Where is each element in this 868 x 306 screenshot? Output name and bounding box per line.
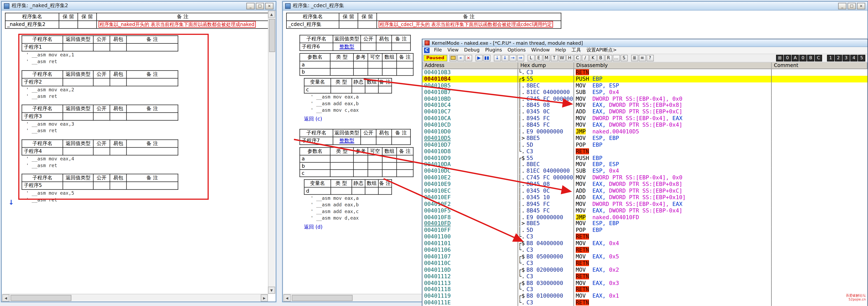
disasm-row-0040110D[interactable]: 0040110D┌$B8 02000000MOV EAX, 0x2 xyxy=(423,267,868,273)
address-cell[interactable]: 00401118 xyxy=(423,286,518,293)
address-cell[interactable]: 004010B3 xyxy=(423,69,518,76)
toolbar-button-step-into[interactable]: ↓ xyxy=(494,55,501,62)
cell[interactable] xyxy=(376,43,392,50)
hexdump-cell[interactable]: │>8BE5 xyxy=(518,135,574,142)
cell[interactable]: 子程序2 xyxy=(22,78,63,86)
toolbar-button-references-window[interactable]: R xyxy=(605,55,612,62)
disassembly-cell[interactable]: ADD EAX, DWORD PTR SS:[EBP+0xC] xyxy=(574,188,772,194)
address-cell[interactable]: 004010EF xyxy=(423,194,518,201)
asm-code-line[interactable]: ' __asm ret xyxy=(26,128,188,134)
cell[interactable] xyxy=(378,86,392,93)
cell[interactable] xyxy=(353,162,368,170)
colheader-comment[interactable]: Comment xyxy=(772,63,868,69)
close-button[interactable]: × xyxy=(857,2,865,9)
address-cell[interactable]: 004010BD xyxy=(423,95,518,102)
disassembly-cell[interactable]: PUSH EBP xyxy=(574,155,772,161)
address-cell[interactable]: 004010C7 xyxy=(423,109,518,115)
hexdump-cell[interactable]: │.E9 00000000 xyxy=(518,214,574,220)
hexdump-cell[interactable]: │.8B45 08 xyxy=(518,102,574,109)
disassembly-cell[interactable]: RETN xyxy=(574,286,772,293)
hexdump-cell[interactable]: │.8945 FC xyxy=(518,115,574,122)
hexdump-cell[interactable]: └.C3 xyxy=(518,148,574,155)
cell[interactable] xyxy=(368,162,382,170)
comment-cell[interactable] xyxy=(772,148,868,155)
cell[interactable] xyxy=(392,137,410,145)
return-type[interactable]: 整数型 xyxy=(339,138,354,143)
hexdump-cell[interactable]: │.8945 FC xyxy=(518,201,574,207)
hexdump-cell[interactable]: │.E9 00000000 xyxy=(518,128,574,135)
comment-cell[interactable] xyxy=(772,267,868,273)
address-cell[interactable]: 004010B5 xyxy=(423,82,518,89)
toolbar-button-patches-window[interactable]: / xyxy=(582,55,589,62)
cell[interactable] xyxy=(353,170,368,177)
disassembly-cell[interactable]: RETN xyxy=(574,148,772,155)
hexdump-cell[interactable]: │.8B45 FC xyxy=(518,207,574,214)
menu-Help[interactable]: Help xyxy=(552,47,569,54)
cell[interactable] xyxy=(397,155,413,162)
asm-code-line[interactable]: ' __asm ret xyxy=(26,197,188,203)
toolbar-button-appearance[interactable]: ≡ xyxy=(639,55,646,62)
address-cell[interactable]: 004010D5 xyxy=(423,135,518,142)
asm-code-line[interactable]: ' __asm ret xyxy=(26,59,188,65)
comment-cell[interactable] xyxy=(772,194,868,201)
cell[interactable] xyxy=(63,43,93,51)
comment-cell[interactable] xyxy=(772,240,868,247)
toolbar-button-execute-till-return[interactable]: ⇒ xyxy=(517,55,524,62)
disasm-row-0040111E[interactable]: 0040111E└.C3RETN xyxy=(423,300,868,306)
disasm-row-004010D8[interactable]: 004010D8└.C3RETN xyxy=(423,148,868,155)
minimize-button[interactable]: _ xyxy=(838,2,846,9)
asm-code-line[interactable]: ' __asm add eax,b xyxy=(310,202,432,208)
cell[interactable] xyxy=(93,112,110,120)
cell[interactable] xyxy=(376,137,392,145)
asm-code-line[interactable]: ' __asm mov eax,2 xyxy=(26,87,188,93)
hexdump-cell[interactable]: │.C745 FC 00000000 xyxy=(518,174,574,181)
comment-cell[interactable] xyxy=(772,155,868,161)
asm-code-line[interactable]: ' __asm ret xyxy=(26,162,188,169)
cell[interactable] xyxy=(126,182,178,190)
cell[interactable] xyxy=(382,68,397,76)
comment-cell[interactable] xyxy=(772,220,868,227)
comment-cell[interactable] xyxy=(772,89,868,95)
maximize-button[interactable]: □ xyxy=(847,2,856,9)
cell[interactable] xyxy=(358,21,377,29)
cell[interactable] xyxy=(382,162,397,170)
toolbar-button-restart[interactable]: « xyxy=(457,55,464,62)
comment-cell[interactable] xyxy=(772,115,868,122)
disassembly-cell[interactable]: MOV EBP, ESP xyxy=(574,161,772,168)
cell[interactable] xyxy=(397,170,413,177)
toolbar-button-plugin-b3[interactable]: A xyxy=(792,55,799,62)
cell[interactable] xyxy=(110,147,126,155)
scrollbar-thumb[interactable] xyxy=(292,295,352,301)
comment-cell[interactable] xyxy=(772,234,868,240)
disassembly-cell[interactable]: PUSH EBP xyxy=(574,76,772,82)
disassembly-cell[interactable]: JMP naked.004010FD xyxy=(574,214,772,220)
hexdump-cell[interactable]: │.8BEC xyxy=(518,82,574,89)
comment-cell[interactable] xyxy=(772,109,868,115)
cell[interactable] xyxy=(126,78,178,86)
cell[interactable] xyxy=(365,86,378,93)
toolbar-button-plugin-b4[interactable]: 0 xyxy=(799,55,806,62)
cell[interactable] xyxy=(331,86,352,93)
colheader-hex-dump[interactable]: Hex dump xyxy=(518,63,574,69)
menu-Debug[interactable]: Debug xyxy=(461,47,482,54)
asm-code-line[interactable]: ' __asm mov eax,3 xyxy=(26,121,188,127)
cell[interactable] xyxy=(365,187,378,195)
address-cell[interactable]: 004010B4 xyxy=(423,76,518,82)
cell[interactable]: b xyxy=(300,162,330,170)
disasm-row-004010FD[interactable]: 004010FD│>8BE5MOV ESP, EBP xyxy=(423,220,868,227)
toolbar-button-callstack-window[interactable]: K xyxy=(589,55,597,62)
toolbar-button-desktop-1[interactable]: 1 xyxy=(827,55,834,62)
comment-cell[interactable] xyxy=(772,247,868,253)
address-cell[interactable]: 004010DC xyxy=(423,168,518,174)
cell[interactable] xyxy=(330,68,353,76)
address-cell[interactable]: 0040111E xyxy=(423,300,518,306)
cell[interactable] xyxy=(126,112,178,120)
cell[interactable] xyxy=(331,187,352,195)
cell[interactable]: 程序集以_cdecl_开头的 表示当前程序集下面所以函数都会被处理成cdecl调… xyxy=(377,21,561,29)
hexdump-cell[interactable]: ┌$B8 05000000 xyxy=(518,253,574,260)
cell[interactable] xyxy=(63,182,93,190)
disassembly-cell[interactable]: RETN xyxy=(574,234,772,240)
hexdump-cell[interactable]: │.8B45 08 xyxy=(518,181,574,188)
cell[interactable]: a xyxy=(300,61,330,68)
address-cell[interactable]: 004010DA xyxy=(423,161,518,168)
